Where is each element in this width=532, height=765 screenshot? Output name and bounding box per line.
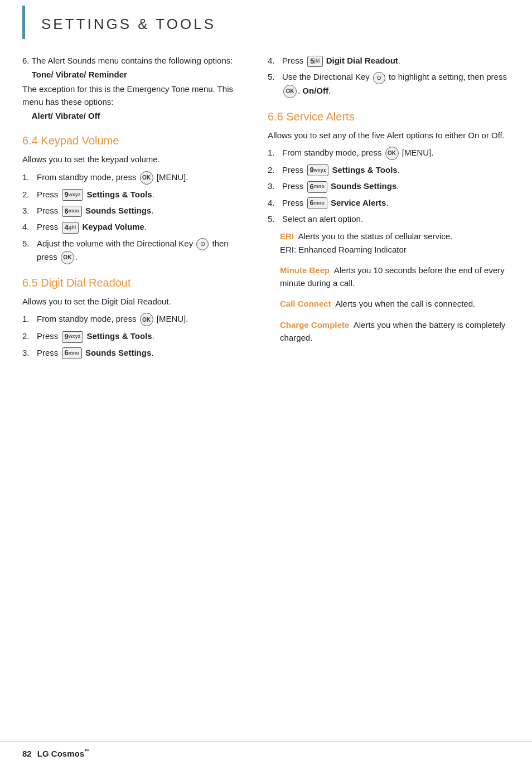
footer-brand: LG Cosmos™ xyxy=(35,748,90,758)
step-65-1: 1. From standby mode, press OK [MENU]. xyxy=(22,312,245,326)
footer-page-number: 82 xyxy=(22,749,32,758)
step-content: Select an alert option. xyxy=(282,212,515,225)
step-66-3: 3. Press 6mno Sounds Settings. xyxy=(268,180,515,192)
intro-text2: The exception for this is the Emergency … xyxy=(22,83,245,109)
section-66-heading: 6.6 Service Alerts xyxy=(268,110,515,123)
ok-button-icon: OK xyxy=(385,147,399,160)
step-66-5: 5. Select an alert option. xyxy=(268,212,515,225)
step-num: 1. xyxy=(22,312,35,325)
left-column: 6. The Alert Sounds menu contains the fo… xyxy=(0,54,257,364)
intro-text1: The Alert Sounds menu contains the follo… xyxy=(31,56,233,65)
section-65-heading: 6.5 Digit Dial Readout xyxy=(22,277,245,289)
step-content: Press 6mno Sounds Settings. xyxy=(282,180,515,192)
step-66-1: 1. From standby mode, press OK [MENU]. xyxy=(268,146,515,160)
step-64-1: 1. From standby mode, press OK [MENU]. xyxy=(22,171,245,185)
footer: 82 LG Cosmos™ xyxy=(0,741,532,765)
step-num: 4. xyxy=(268,196,280,209)
ok-button-icon: OK xyxy=(140,313,153,326)
section-66-steps: 1. From standby mode, press OK [MENU]. 2… xyxy=(268,146,515,226)
step-num: 5. xyxy=(22,237,35,250)
intro-bold1: Tone/ Vibrate/ Reminder xyxy=(22,68,245,81)
alert-eri-desc: Alerts you to the status of cellular ser… xyxy=(280,231,452,254)
alert-minute-beep: Minute Beep Alerts you 10 seconds before… xyxy=(280,264,515,290)
step-num: 4. xyxy=(22,220,35,233)
intro-bold2: Alert/ Vibrate/ Off xyxy=(22,109,245,122)
section-64-desc: Allows you to set the keypad volume. xyxy=(22,153,245,166)
section-66-desc: Allows you to set any of the five Alert … xyxy=(268,129,515,142)
intro-step-num: 6. xyxy=(22,56,30,65)
content-area: 6. The Alert Sounds menu contains the fo… xyxy=(0,43,532,364)
alert-minute-beep-label: Minute Beep xyxy=(280,265,330,275)
step-content: Press 6mno Sounds Settings. xyxy=(37,204,245,217)
step-num: 2. xyxy=(22,188,35,201)
alert-call-connect: Call Connect Alerts you when the call is… xyxy=(280,297,515,310)
section-65-desc: Allows you to set the Digit Dial Readout… xyxy=(22,295,245,308)
alert-eri-label: ERI xyxy=(280,231,294,241)
section-64-steps: 1. From standby mode, press OK [MENU]. 2… xyxy=(22,171,245,265)
step-content: Press 9wxyz Settings & Tools. xyxy=(37,330,245,342)
step-num: 1. xyxy=(22,171,35,183)
step-content: From standby mode, press OK [MENU]. xyxy=(37,312,245,326)
key-4-badge: 4ghi xyxy=(62,222,79,234)
step-64-2: 2. Press 9wxyz Settings & Tools. xyxy=(22,188,245,201)
key-9-badge: 9wxyz xyxy=(307,164,329,176)
step-num: 5. xyxy=(268,212,280,225)
intro-block: 6. The Alert Sounds menu contains the fo… xyxy=(22,54,245,122)
section-65-steps: 1. From standby mode, press OK [MENU]. 2… xyxy=(22,312,245,359)
step-64-5: 5. Adjust the volume with the Directiona… xyxy=(22,237,245,264)
directional-key-icon: ⊙ xyxy=(196,238,209,250)
step-66-4: 4. Press 6mno Service Alerts. xyxy=(268,196,515,209)
header-area: SETTINGS & TOOLS xyxy=(0,0,532,43)
step-content: Use the Directional Key ⊙ to highlight a… xyxy=(282,70,515,98)
step-64-3: 3. Press 6mno Sounds Settings. xyxy=(22,204,245,217)
directional-key-icon: ⊙ xyxy=(373,72,385,84)
alert-call-connect-desc: Alerts you when the call is connected. xyxy=(333,299,475,308)
step-num: 2. xyxy=(22,330,35,342)
key-6-badge: 6mno xyxy=(307,181,327,193)
step-content: Press 9wxyz Settings & Tools. xyxy=(37,188,245,201)
step-num: 3. xyxy=(268,180,280,192)
step-content: Adjust the volume with the Directional K… xyxy=(37,237,245,264)
ok-button-icon: OK xyxy=(140,171,153,185)
step-66-2: 2. Press 9wxyz Settings & Tools. xyxy=(268,163,515,176)
step-content: Press 4ghi Keypad Volume. xyxy=(37,220,245,233)
ok-button-icon: OK xyxy=(283,85,297,98)
step-content: From standby mode, press OK [MENU]. xyxy=(282,146,515,160)
alert-eri: ERI Alerts you to the status of cellular… xyxy=(280,230,515,256)
step-65-4: 4. Press 5jkl Digit Dial Readout. xyxy=(268,54,515,67)
alert-call-connect-label: Call Connect xyxy=(280,299,331,308)
key-6-badge: 6mno xyxy=(62,347,82,359)
alert-charge-complete-label: Charge Complete xyxy=(280,320,349,330)
step-num: 3. xyxy=(22,346,35,359)
step-num: 2. xyxy=(268,163,280,176)
key-9-badge: 9wxyz xyxy=(62,189,84,201)
step-content: Press 9wxyz Settings & Tools. xyxy=(282,163,515,176)
step-content: Press 5jkl Digit Dial Readout. xyxy=(282,54,515,67)
alert-charge-complete: Charge Complete Alerts you when the batt… xyxy=(280,318,515,345)
step-num: 5. xyxy=(268,70,280,83)
intro-step: 6. The Alert Sounds menu contains the fo… xyxy=(22,54,245,67)
key-5-badge: 5jkl xyxy=(307,56,323,67)
ok-button-icon: OK xyxy=(61,251,74,264)
key-9-badge: 9wxyz xyxy=(62,331,84,343)
step-65-2: 2. Press 9wxyz Settings & Tools. xyxy=(22,330,245,342)
section-65-cont-steps: 4. Press 5jkl Digit Dial Readout. 5. Use… xyxy=(268,54,515,98)
step-content: From standby mode, press OK [MENU]. xyxy=(37,171,245,185)
step-num: 4. xyxy=(268,54,280,67)
page-title: SETTINGS & TOOLS xyxy=(41,16,510,33)
key-6-badge: 6mno xyxy=(62,206,82,217)
step-num: 1. xyxy=(268,146,280,159)
right-column: 4. Press 5jkl Digit Dial Readout. 5. Use… xyxy=(257,54,532,364)
step-content: Press 6mno Service Alerts. xyxy=(282,196,515,209)
section-64-heading: 6.4 Keypad Volume xyxy=(22,134,245,147)
step-content: Press 6mno Sounds Settings. xyxy=(37,346,245,359)
step-num: 3. xyxy=(22,204,35,217)
step-65-5: 5. Use the Directional Key ⊙ to highligh… xyxy=(268,70,515,98)
step-64-4: 4. Press 4ghi Keypad Volume. xyxy=(22,220,245,233)
key-6-badge-2: 6mno xyxy=(307,197,327,209)
page-container: SETTINGS & TOOLS 6. The Alert Sounds men… xyxy=(0,0,532,765)
step-65-3: 3. Press 6mno Sounds Settings. xyxy=(22,346,245,359)
